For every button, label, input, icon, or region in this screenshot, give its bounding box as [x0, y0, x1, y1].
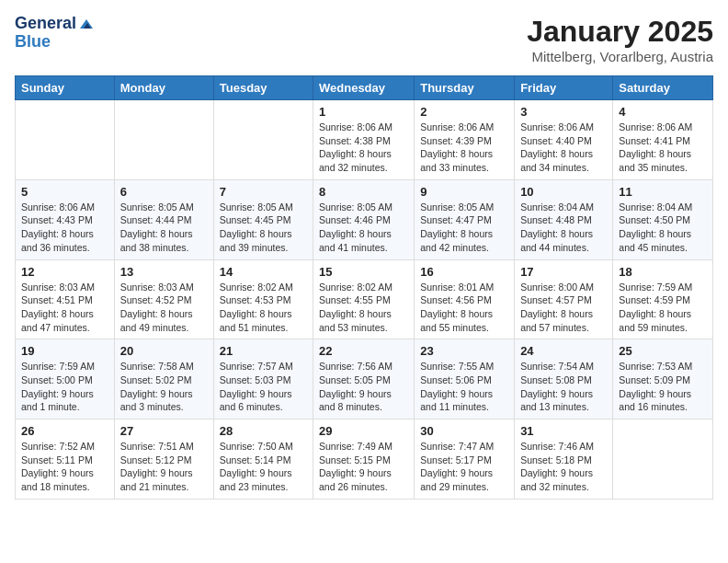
day-number: 5 — [21, 185, 108, 199]
calendar-cell: 13Sunrise: 8:03 AM Sunset: 4:52 PM Dayli… — [114, 259, 213, 339]
page-header: General Blue January 2025 Mittelberg, Vo… — [15, 15, 713, 64]
day-info: Sunrise: 8:06 AM Sunset: 4:40 PM Dayligh… — [520, 121, 607, 175]
day-info: Sunrise: 7:50 AM Sunset: 5:14 PM Dayligh… — [220, 440, 307, 494]
calendar-cell — [613, 419, 713, 500]
calendar-cell: 11Sunrise: 8:04 AM Sunset: 4:50 PM Dayli… — [613, 179, 713, 259]
calendar-cell: 30Sunrise: 7:47 AM Sunset: 5:17 PM Dayli… — [415, 419, 515, 500]
day-info: Sunrise: 8:05 AM Sunset: 4:46 PM Dayligh… — [319, 201, 408, 255]
day-info: Sunrise: 7:59 AM Sunset: 4:59 PM Dayligh… — [619, 281, 707, 335]
weekday-header-row: SundayMondayTuesdayWednesdayThursdayFrid… — [16, 76, 713, 100]
day-info: Sunrise: 7:55 AM Sunset: 5:06 PM Dayligh… — [420, 360, 508, 414]
calendar-cell: 6Sunrise: 8:05 AM Sunset: 4:44 PM Daylig… — [114, 179, 213, 259]
calendar-cell: 14Sunrise: 8:02 AM Sunset: 4:53 PM Dayli… — [213, 259, 313, 339]
calendar-cell: 2Sunrise: 8:06 AM Sunset: 4:39 PM Daylig… — [415, 100, 515, 180]
day-number: 2 — [420, 105, 508, 119]
calendar-week-1: 1Sunrise: 8:06 AM Sunset: 4:38 PM Daylig… — [16, 100, 713, 180]
day-info: Sunrise: 8:03 AM Sunset: 4:52 PM Dayligh… — [120, 281, 208, 335]
day-number: 25 — [619, 344, 707, 358]
day-info: Sunrise: 7:49 AM Sunset: 5:15 PM Dayligh… — [319, 440, 408, 494]
day-number: 29 — [319, 424, 408, 438]
logo-general: General — [15, 15, 76, 33]
day-info: Sunrise: 7:58 AM Sunset: 5:02 PM Dayligh… — [120, 360, 208, 414]
logo-blue: Blue — [15, 33, 51, 52]
day-info: Sunrise: 8:06 AM Sunset: 4:39 PM Dayligh… — [420, 121, 508, 175]
day-number: 22 — [319, 344, 408, 358]
day-number: 12 — [21, 265, 108, 279]
calendar-cell: 22Sunrise: 7:56 AM Sunset: 5:05 PM Dayli… — [313, 339, 415, 419]
day-info: Sunrise: 8:06 AM Sunset: 4:41 PM Dayligh… — [619, 121, 707, 175]
location-title: Mittelberg, Vorarlberg, Austria — [527, 49, 713, 64]
calendar-cell: 10Sunrise: 8:04 AM Sunset: 4:48 PM Dayli… — [515, 179, 613, 259]
calendar-week-3: 12Sunrise: 8:03 AM Sunset: 4:51 PM Dayli… — [16, 259, 713, 339]
calendar-cell: 26Sunrise: 7:52 AM Sunset: 5:11 PM Dayli… — [16, 419, 115, 500]
day-number: 20 — [120, 344, 208, 358]
calendar-cell: 17Sunrise: 8:00 AM Sunset: 4:57 PM Dayli… — [515, 259, 613, 339]
month-title: January 2025 — [527, 15, 713, 49]
day-number: 9 — [420, 185, 508, 199]
day-info: Sunrise: 8:01 AM Sunset: 4:56 PM Dayligh… — [420, 281, 508, 335]
calendar-cell: 3Sunrise: 8:06 AM Sunset: 4:40 PM Daylig… — [515, 100, 613, 180]
weekday-header-thursday: Thursday — [415, 76, 515, 100]
day-info: Sunrise: 7:57 AM Sunset: 5:03 PM Dayligh… — [220, 360, 307, 414]
day-number: 4 — [619, 105, 707, 119]
day-number: 26 — [21, 424, 108, 438]
calendar-cell: 16Sunrise: 8:01 AM Sunset: 4:56 PM Dayli… — [415, 259, 515, 339]
day-number: 27 — [120, 424, 208, 438]
calendar-cell: 24Sunrise: 7:54 AM Sunset: 5:08 PM Dayli… — [515, 339, 613, 419]
day-number: 18 — [619, 265, 707, 279]
title-block: January 2025 Mittelberg, Vorarlberg, Aus… — [527, 15, 713, 64]
weekday-header-tuesday: Tuesday — [213, 76, 313, 100]
day-number: 30 — [420, 424, 508, 438]
calendar-cell: 4Sunrise: 8:06 AM Sunset: 4:41 PM Daylig… — [613, 100, 713, 180]
day-number: 8 — [319, 185, 408, 199]
day-info: Sunrise: 8:00 AM Sunset: 4:57 PM Dayligh… — [520, 281, 607, 335]
calendar-cell — [16, 100, 115, 180]
weekday-header-wednesday: Wednesday — [313, 76, 415, 100]
calendar-cell: 5Sunrise: 8:06 AM Sunset: 4:43 PM Daylig… — [16, 179, 115, 259]
day-info: Sunrise: 7:52 AM Sunset: 5:11 PM Dayligh… — [21, 440, 108, 494]
calendar-cell — [213, 100, 313, 180]
day-info: Sunrise: 8:06 AM Sunset: 4:38 PM Dayligh… — [319, 121, 408, 175]
calendar-week-2: 5Sunrise: 8:06 AM Sunset: 4:43 PM Daylig… — [16, 179, 713, 259]
day-info: Sunrise: 8:06 AM Sunset: 4:43 PM Dayligh… — [21, 201, 108, 255]
day-info: Sunrise: 8:05 AM Sunset: 4:45 PM Dayligh… — [220, 201, 307, 255]
calendar-week-4: 19Sunrise: 7:59 AM Sunset: 5:00 PM Dayli… — [16, 339, 713, 419]
calendar-cell: 31Sunrise: 7:46 AM Sunset: 5:18 PM Dayli… — [515, 419, 613, 500]
calendar-cell: 23Sunrise: 7:55 AM Sunset: 5:06 PM Dayli… — [415, 339, 515, 419]
weekday-header-monday: Monday — [114, 76, 213, 100]
day-number: 3 — [520, 105, 607, 119]
calendar-cell: 9Sunrise: 8:05 AM Sunset: 4:47 PM Daylig… — [415, 179, 515, 259]
day-info: Sunrise: 7:54 AM Sunset: 5:08 PM Dayligh… — [520, 360, 607, 414]
day-number: 31 — [520, 424, 607, 438]
calendar-cell: 29Sunrise: 7:49 AM Sunset: 5:15 PM Dayli… — [313, 419, 415, 500]
weekday-header-friday: Friday — [515, 76, 613, 100]
day-number: 17 — [520, 265, 607, 279]
calendar-table: SundayMondayTuesdayWednesdayThursdayFrid… — [15, 75, 713, 500]
calendar-cell: 12Sunrise: 8:03 AM Sunset: 4:51 PM Dayli… — [16, 259, 115, 339]
day-number: 13 — [120, 265, 208, 279]
calendar-cell: 20Sunrise: 7:58 AM Sunset: 5:02 PM Dayli… — [114, 339, 213, 419]
calendar-cell: 21Sunrise: 7:57 AM Sunset: 5:03 PM Dayli… — [213, 339, 313, 419]
day-info: Sunrise: 8:02 AM Sunset: 4:55 PM Dayligh… — [319, 281, 408, 335]
calendar-cell: 8Sunrise: 8:05 AM Sunset: 4:46 PM Daylig… — [313, 179, 415, 259]
day-info: Sunrise: 7:51 AM Sunset: 5:12 PM Dayligh… — [120, 440, 208, 494]
weekday-header-sunday: Sunday — [16, 76, 115, 100]
calendar-cell: 18Sunrise: 7:59 AM Sunset: 4:59 PM Dayli… — [613, 259, 713, 339]
day-number: 16 — [420, 265, 508, 279]
day-number: 14 — [220, 265, 307, 279]
calendar-cell: 28Sunrise: 7:50 AM Sunset: 5:14 PM Dayli… — [213, 419, 313, 500]
logo: General Blue — [15, 15, 95, 52]
day-number: 19 — [21, 344, 108, 358]
day-info: Sunrise: 7:53 AM Sunset: 5:09 PM Dayligh… — [619, 360, 707, 414]
day-number: 15 — [319, 265, 408, 279]
day-number: 24 — [520, 344, 607, 358]
day-info: Sunrise: 8:05 AM Sunset: 4:44 PM Dayligh… — [120, 201, 208, 255]
day-info: Sunrise: 7:46 AM Sunset: 5:18 PM Dayligh… — [520, 440, 607, 494]
calendar-cell: 1Sunrise: 8:06 AM Sunset: 4:38 PM Daylig… — [313, 100, 415, 180]
calendar-cell — [114, 100, 213, 180]
calendar-cell: 25Sunrise: 7:53 AM Sunset: 5:09 PM Dayli… — [613, 339, 713, 419]
day-info: Sunrise: 8:05 AM Sunset: 4:47 PM Dayligh… — [420, 201, 508, 255]
calendar-cell: 27Sunrise: 7:51 AM Sunset: 5:12 PM Dayli… — [114, 419, 213, 500]
day-info: Sunrise: 8:03 AM Sunset: 4:51 PM Dayligh… — [21, 281, 108, 335]
day-info: Sunrise: 8:02 AM Sunset: 4:53 PM Dayligh… — [220, 281, 307, 335]
